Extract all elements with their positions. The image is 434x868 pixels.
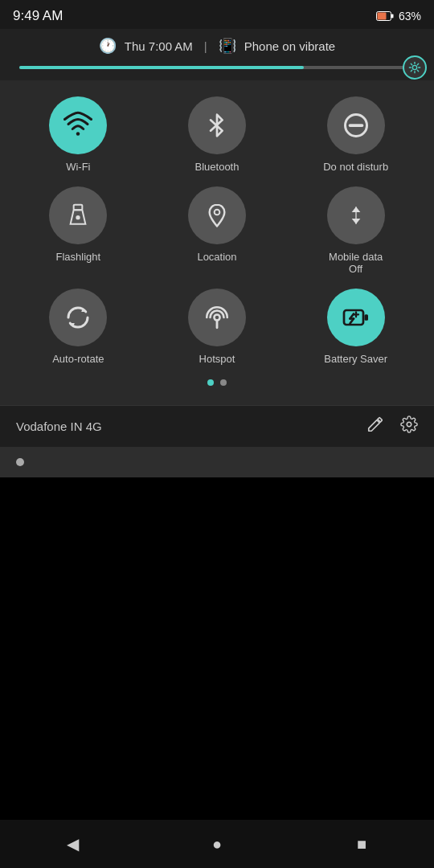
svg-point-28 [407, 423, 411, 428]
bluetooth-label: Bluetooth [195, 161, 240, 174]
tile-bluetooth[interactable]: Bluetooth [152, 96, 283, 174]
svg-rect-1 [377, 13, 386, 20]
dnd-icon [342, 111, 371, 140]
batterysaver-icon [342, 303, 371, 332]
flashlight-label: Flashlight [56, 251, 101, 264]
alarm-row: 🕐 Thu 7:00 AM | 📳 Phone on vibrate [16, 37, 418, 55]
nav-bar: ◀ ● ■ [0, 820, 434, 868]
tile-wifi[interactable]: Wi-Fi [13, 96, 144, 174]
wifi-icon-circle[interactable] [49, 96, 107, 154]
tile-hotspot[interactable]: Hotspot [152, 289, 283, 366]
svg-point-12 [76, 132, 80, 136]
notification-panel: 🕐 Thu 7:00 AM | 📳 Phone on vibrate [0, 29, 434, 80]
dnd-icon-circle[interactable] [327, 96, 385, 154]
hotspot-icon-circle[interactable] [188, 289, 246, 346]
batterysaver-label: Battery Saver [324, 353, 387, 366]
vibrate-label: Phone on vibrate [244, 39, 335, 53]
brightness-row[interactable] [16, 66, 418, 69]
notification-strip [0, 447, 434, 477]
recents-button[interactable]: ■ [346, 828, 378, 860]
svg-point-3 [412, 65, 416, 69]
svg-line-8 [411, 63, 411, 64]
tiles-grid: Wi-Fi Bluetooth Do not disturb [13, 96, 421, 365]
location-icon [204, 203, 230, 228]
brightness-fill [19, 66, 304, 69]
location-label: Location [197, 251, 236, 264]
alarm-icon: 🕐 [99, 37, 117, 55]
tile-dnd[interactable]: Do not disturb [290, 96, 421, 174]
svg-line-10 [417, 63, 418, 64]
wifi-icon [63, 111, 92, 140]
brightness-thumb[interactable] [403, 55, 427, 80]
tile-mobiledata[interactable]: Mobile data Off [290, 186, 421, 276]
bluetooth-icon-circle[interactable] [188, 96, 246, 154]
autorotate-label: Auto-rotate [52, 353, 104, 366]
location-icon-circle[interactable] [188, 186, 246, 244]
page-dot-2 [220, 379, 227, 386]
page-indicators [13, 379, 421, 386]
dnd-label: Do not disturb [323, 161, 388, 174]
mobiledata-label: Mobile data Off [329, 251, 383, 276]
hotspot-label: Hotspot [199, 353, 235, 366]
svg-line-11 [411, 70, 411, 71]
sun-icon [408, 61, 421, 74]
status-right: 63% [376, 10, 421, 23]
carrier-label: Vodafone IN 4G [16, 420, 102, 433]
settings-icon[interactable] [400, 416, 418, 437]
bottom-bar: Vodafone IN 4G [0, 405, 434, 447]
back-button[interactable]: ◀ [56, 828, 88, 860]
svg-rect-21 [344, 310, 363, 325]
settings-svg-icon [400, 416, 418, 433]
svg-line-9 [417, 70, 418, 71]
batterysaver-icon-circle[interactable] [327, 289, 385, 346]
tile-batterysaver[interactable]: Battery Saver [290, 289, 421, 366]
mobiledata-icon-circle[interactable] [327, 186, 385, 244]
vibrate-icon: 📳 [219, 37, 236, 55]
brightness-track[interactable] [19, 66, 415, 69]
hotspot-icon [203, 304, 231, 331]
svg-point-16 [76, 215, 80, 219]
notif-dot [16, 458, 24, 466]
tile-autorotate[interactable]: Auto-rotate [13, 289, 144, 366]
tile-location[interactable]: Location [152, 186, 283, 276]
flashlight-icon-circle[interactable] [49, 186, 107, 244]
flashlight-icon [65, 203, 91, 228]
edit-icon[interactable] [366, 416, 384, 437]
alarm-time: Thu 7:00 AM [125, 39, 193, 53]
svg-point-17 [215, 209, 220, 215]
bottom-actions [366, 416, 418, 437]
separator: | [204, 39, 207, 53]
status-bar: 9:49 AM 63% [0, 0, 434, 29]
status-time: 9:49 AM [13, 8, 63, 24]
autorotate-icon-circle[interactable] [49, 289, 107, 346]
svg-rect-2 [391, 14, 394, 18]
tile-flashlight[interactable]: Flashlight [13, 186, 144, 276]
edit-svg-icon [366, 416, 384, 433]
svg-rect-22 [364, 314, 368, 321]
bluetooth-icon [204, 113, 230, 138]
home-button[interactable]: ● [201, 828, 233, 860]
page-dot-1 [207, 379, 214, 386]
mobiledata-icon [343, 203, 369, 228]
autorotate-icon [63, 303, 92, 332]
battery-percent: 63% [399, 10, 421, 23]
wifi-label: Wi-Fi [66, 161, 90, 174]
quick-tiles-section: Wi-Fi Bluetooth Do not disturb [0, 80, 434, 405]
battery-icon [376, 10, 394, 22]
